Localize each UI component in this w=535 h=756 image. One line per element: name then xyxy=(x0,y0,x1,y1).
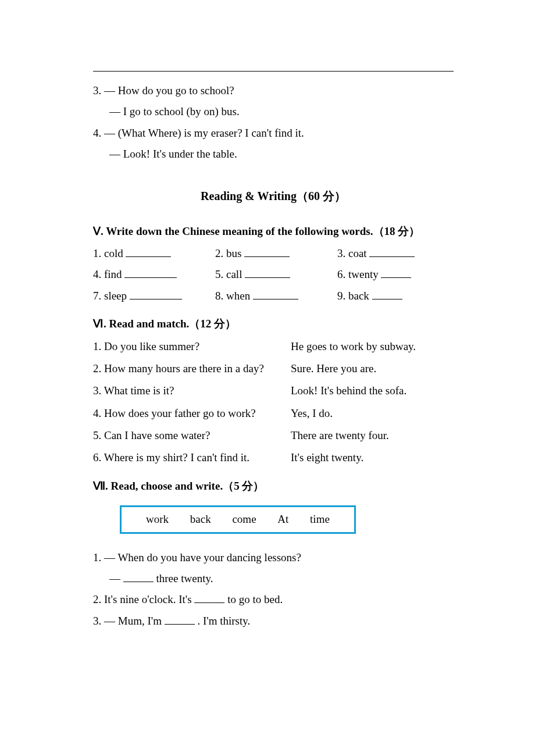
vocab-item: 9. back xyxy=(337,287,454,305)
question-4-line2: — Look! It's under the table. xyxy=(93,145,454,163)
vocab-item: 1. cold xyxy=(93,245,209,262)
text-fragment: three twenty. xyxy=(156,572,213,584)
question-3-line2: — I go to school (by on) bus. xyxy=(93,103,454,120)
blank-input[interactable] xyxy=(194,591,224,603)
word-bank-item: time xyxy=(310,511,330,528)
vocab-word: 2. bus xyxy=(215,247,241,259)
fill-q3: 3. — Mum, I'm . I'm thirsty. xyxy=(93,612,454,630)
word-bank-item: At xyxy=(277,511,288,528)
vocab-word: 9. back xyxy=(337,290,369,302)
blank-input[interactable] xyxy=(130,288,182,299)
vocab-word: 6. twenty xyxy=(337,268,379,280)
vocab-item: 8. when xyxy=(215,287,331,305)
question-4-line1: 4. — (What Where) is my eraser? I can't … xyxy=(93,124,454,142)
vocab-item: 2. bus xyxy=(215,245,331,262)
vocab-item: 7. sleep xyxy=(93,287,209,305)
vocab-item: 3. coat xyxy=(337,245,454,262)
vocab-item: 5. call xyxy=(215,266,331,283)
blank-input[interactable] xyxy=(124,266,177,278)
match-row: 6. Where is my shirt? I can't find it. I… xyxy=(93,449,454,466)
match-row: 2. How many hours are there in a day? Su… xyxy=(93,360,454,377)
blank-input[interactable] xyxy=(244,245,290,257)
match-question: 5. Can I have some water? xyxy=(93,427,211,444)
match-list: 1. Do you like summer? He goes to work b… xyxy=(93,338,454,467)
vocab-word: 5. call xyxy=(215,268,242,280)
word-bank-item: back xyxy=(190,511,211,528)
fill-q1-line1: 1. — When do you have your dancing lesso… xyxy=(93,549,454,566)
vocab-word: 7. sleep xyxy=(93,290,127,302)
blank-input[interactable] xyxy=(372,288,402,299)
blank-input[interactable] xyxy=(165,613,195,625)
match-answer: There are twenty four. xyxy=(291,427,454,444)
blank-input[interactable] xyxy=(126,245,171,257)
vocab-item: 6. twenty xyxy=(337,266,454,283)
text-fragment: 2. It's nine o'clock. It's xyxy=(93,593,194,605)
vocab-item: 4. find xyxy=(93,266,209,283)
match-answer: It's eight twenty. xyxy=(291,449,454,466)
blank-input[interactable] xyxy=(245,266,290,278)
match-row: 3. What time is it? Look! It's behind th… xyxy=(93,382,454,400)
question-3-line1: 3. — How do you go to school? xyxy=(93,82,454,99)
match-question: 4. How does your father go to work? xyxy=(93,405,256,422)
blank-input[interactable] xyxy=(369,245,415,257)
match-row: 5. Can I have some water? There are twen… xyxy=(93,427,454,444)
match-question: 2. How many hours are there in a day? xyxy=(93,360,264,377)
blank-input[interactable] xyxy=(253,288,298,299)
match-answer: Look! It's behind the sofa. xyxy=(291,382,454,400)
text-fragment: 3. — Mum, I'm xyxy=(93,615,165,627)
text-fragment: . I'm thirsty. xyxy=(197,615,250,627)
section-7-heading: Ⅶ. Read, choose and write.（5 分） xyxy=(93,477,454,495)
word-bank-item: come xyxy=(232,511,256,528)
fill-q1-line2: — three twenty. xyxy=(93,570,454,587)
answer-blank-line[interactable] xyxy=(93,58,454,72)
match-answer: Sure. Here you are. xyxy=(291,360,454,377)
reading-writing-title: Reading & Writing（60 分） xyxy=(93,187,454,205)
vocab-word: 1. cold xyxy=(93,247,123,259)
match-answer: Yes, I do. xyxy=(291,405,454,422)
fill-q2: 2. It's nine o'clock. It's to go to bed. xyxy=(93,591,454,608)
match-answer: He goes to work by subway. xyxy=(291,338,454,355)
vocab-word: 4. find xyxy=(93,268,122,280)
section-5-heading: Ⅴ. Write down the Chinese meaning of the… xyxy=(93,223,454,240)
section-6-heading: Ⅵ. Read and match.（12 分） xyxy=(93,315,454,333)
match-row: 4. How does your father go to work? Yes,… xyxy=(93,405,454,422)
vocab-word: 3. coat xyxy=(337,247,367,259)
word-bank-box: work back come At time xyxy=(120,505,356,533)
match-row: 1. Do you like summer? He goes to work b… xyxy=(93,338,454,355)
blank-input[interactable] xyxy=(381,266,411,278)
vocab-grid: 1. cold 2. bus 3. coat 4. find 5. call 6… xyxy=(93,245,454,305)
text-fragment: — xyxy=(109,572,123,584)
match-question: 6. Where is my shirt? I can't find it. xyxy=(93,449,249,466)
blank-input[interactable] xyxy=(123,570,154,582)
word-bank-item: work xyxy=(146,511,169,528)
worksheet-page: 3. — How do you go to school? — I go to … xyxy=(0,0,535,668)
text-fragment: to go to bed. xyxy=(227,593,283,605)
match-question: 1. Do you like summer? xyxy=(93,338,199,355)
vocab-word: 8. when xyxy=(215,290,250,302)
match-question: 3. What time is it? xyxy=(93,382,174,400)
